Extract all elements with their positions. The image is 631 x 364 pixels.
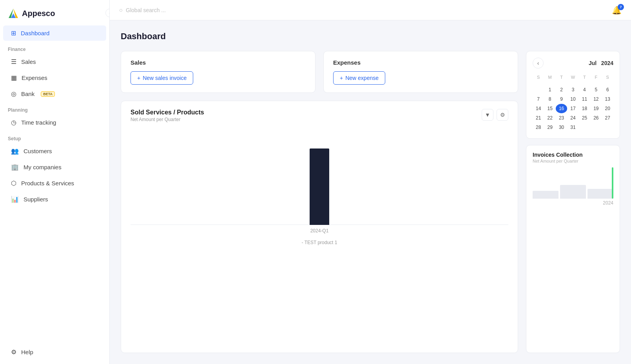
expenses-card: Expenses + New expense (323, 51, 518, 93)
calendar-day-4-2[interactable]: 23 (556, 113, 567, 123)
calendar-day-4-0[interactable]: 21 (533, 113, 544, 123)
calendar-day-5-3[interactable]: 31 (567, 123, 578, 132)
sidebar-item-dashboard[interactable]: ⊞ Dashboard (3, 25, 106, 41)
calendar-week-0 (533, 81, 613, 85)
sidebar-item-suppliers[interactable]: 📊 Suppliers (3, 192, 106, 207)
calendar-day-3-1[interactable]: 15 (544, 104, 555, 113)
sidebar-bottom: ⚙ Help (0, 344, 109, 364)
main-center: Sales + New sales invoice Expenses + New… (121, 51, 518, 353)
calendar-day-5-5 (590, 123, 602, 132)
cal-header-s1: S (533, 73, 544, 81)
search-icon: ○ (119, 7, 123, 13)
calendar-body: 1234567891011121314151617181920212223242… (533, 81, 613, 132)
search-container: ○ Global search ... (119, 7, 606, 13)
calendar-day-4-1[interactable]: 22 (544, 113, 555, 123)
calendar-day-1-1[interactable]: 1 (544, 85, 555, 94)
invoices-widget-subtitle: Net Amount per Quarter (533, 159, 613, 163)
calendar-day-0-1 (544, 81, 555, 85)
calendar-day-4-3[interactable]: 24 (567, 113, 578, 123)
products-icon: ⬡ (11, 179, 16, 187)
chart-bar-q1 (310, 148, 329, 225)
invoices-widget-title: Invoices Collection (533, 152, 613, 158)
sidebar-item-bank[interactable]: ◎ Bank BETA (3, 86, 106, 101)
new-sales-invoice-label: New sales invoice (143, 75, 187, 81)
calendar-day-5-2[interactable]: 30 (556, 123, 567, 132)
setup-section-label: Setup (0, 130, 109, 143)
expenses-card-label: Expenses (333, 59, 508, 66)
calendar-prev-button[interactable]: ‹ (533, 58, 544, 69)
calendar-day-3-2[interactable]: 16 (556, 104, 567, 113)
calendar-day-5-1[interactable]: 29 (544, 123, 555, 132)
calendar-days-header: S M T W T F S (533, 73, 613, 81)
sidebar-item-my-companies-label: My companies (24, 164, 62, 170)
new-expense-label: New expense (345, 75, 379, 81)
calendar-day-3-3[interactable]: 17 (567, 104, 578, 113)
finance-section-label: Finance (0, 41, 109, 54)
time-tracking-icon: ◷ (11, 119, 16, 126)
calendar-day-3-0[interactable]: 14 (533, 104, 544, 113)
calendar-day-5-0[interactable]: 28 (533, 123, 544, 132)
new-sales-invoice-icon: + (137, 75, 140, 81)
chart-settings-button[interactable]: ⚙ (497, 109, 508, 121)
chevron-left-icon: ‹ (537, 60, 539, 66)
search-placeholder[interactable]: Global search ... (126, 7, 166, 13)
calendar-day-3-4[interactable]: 18 (579, 104, 590, 113)
calendar-day-3-5[interactable]: 19 (590, 104, 602, 113)
app-logo: Appesco (0, 0, 109, 25)
calendar-day-4-5[interactable]: 26 (590, 113, 602, 123)
chart-filter-button[interactable]: ▼ (482, 109, 493, 121)
calendar-day-2-6[interactable]: 13 (602, 94, 613, 104)
new-sales-invoice-button[interactable]: + New sales invoice (131, 71, 193, 85)
notification-button[interactable]: 🔔 7 (612, 5, 622, 15)
sidebar-item-expenses-label: Expenses (22, 74, 47, 81)
calendar-day-0-3 (567, 81, 578, 85)
suppliers-icon: 📊 (11, 196, 19, 203)
topbar-right: 🔔 7 (612, 5, 622, 15)
inv-bar-1 (533, 191, 558, 199)
calendar-day-2-1[interactable]: 8 (544, 94, 555, 104)
sidebar-item-expenses[interactable]: ▦ Expenses (3, 70, 106, 85)
calendar-day-1-4[interactable]: 4 (579, 85, 590, 94)
calendar-day-0-0 (533, 81, 544, 85)
chart-subtitle: Net Amount per Quarter (131, 117, 204, 122)
main-content: ○ Global search ... 🔔 7 Dashboard Sales (110, 0, 631, 364)
calendar-day-5-6 (602, 123, 613, 132)
calendar-day-2-5[interactable]: 12 (590, 94, 602, 104)
calendar-day-1-3[interactable]: 3 (567, 85, 578, 94)
sidebar-item-customers[interactable]: 👥 Customers (3, 143, 106, 159)
sidebar-item-help[interactable]: ⚙ Help (3, 344, 106, 360)
calendar-day-2-0[interactable]: 7 (533, 94, 544, 104)
invoices-bar-area (533, 167, 613, 199)
chart-title: Sold Services / Products (131, 109, 204, 116)
sales-icon: ☰ (11, 58, 16, 65)
calendar-day-1-6[interactable]: 6 (602, 85, 613, 94)
calendar-day-2-3[interactable]: 10 (567, 94, 578, 104)
calendar-day-4-6[interactable]: 27 (602, 113, 613, 123)
new-expense-icon: + (340, 75, 343, 81)
cal-header-s2: S (602, 73, 613, 81)
sales-card-label: Sales (131, 59, 306, 66)
calendar-grid: S M T W T F S 12345678910111213141516171… (533, 73, 613, 132)
sidebar-item-time-tracking[interactable]: ◷ Time tracking (3, 115, 106, 130)
chart-x-labels: 2024-Q1 (131, 228, 508, 234)
customers-icon: 👥 (11, 147, 19, 155)
calendar-day-3-6[interactable]: 20 (602, 104, 613, 113)
topbar: ○ Global search ... 🔔 7 (110, 0, 631, 20)
calendar-day-1-0 (533, 85, 544, 94)
chart-x-label-q1: 2024-Q1 (304, 228, 335, 234)
calendar-day-0-2 (556, 81, 567, 85)
cal-header-w: W (567, 73, 578, 81)
sidebar-item-products-services[interactable]: ⬡ Products & Services (3, 176, 106, 191)
sidebar-item-my-companies[interactable]: 🏢 My companies (3, 159, 106, 175)
calendar-week-3: 14151617181920 (533, 104, 613, 113)
sidebar-item-sales[interactable]: ☰ Sales (3, 54, 106, 69)
calendar-day-4-4[interactable]: 25 (579, 113, 590, 123)
right-panel: ‹ Jul 2024 S M T (526, 51, 620, 353)
cards-row: Sales + New sales invoice Expenses + New… (121, 51, 518, 93)
calendar-day-2-2[interactable]: 9 (556, 94, 567, 104)
invoices-collection-widget: Invoices Collection Net Amount per Quart… (526, 145, 620, 353)
calendar-day-1-2[interactable]: 2 (556, 85, 567, 94)
calendar-day-2-4[interactable]: 11 (579, 94, 590, 104)
new-expense-button[interactable]: + New expense (333, 71, 385, 85)
calendar-day-1-5[interactable]: 5 (590, 85, 602, 94)
